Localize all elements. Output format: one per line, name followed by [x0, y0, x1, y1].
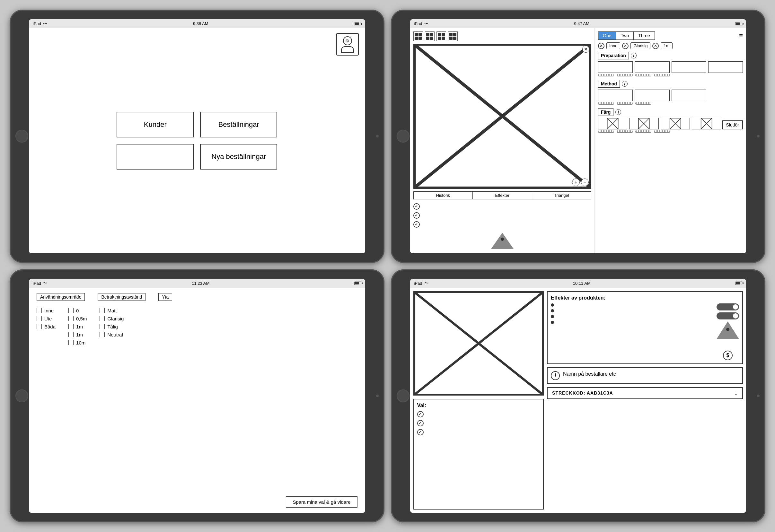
save-area: Spara mina val & gå vidare — [37, 496, 357, 508]
kunder-button[interactable]: Kunder — [117, 112, 194, 137]
checkbox-1m-2[interactable] — [68, 332, 74, 337]
cb-talig: Tålig — [100, 324, 124, 329]
image-remove-button[interactable]: − — [581, 179, 589, 186]
nya-bestallningar-button[interactable]: Nya beställningar — [200, 144, 277, 170]
qr-icon-3[interactable] — [437, 31, 446, 41]
download-icon[interactable]: ↓ — [735, 390, 738, 397]
filter-glansig[interactable]: Glansig — [631, 42, 650, 49]
qr-icon-4[interactable] — [448, 31, 458, 41]
image-close-button[interactable]: ✕ — [582, 46, 589, 53]
preparation-label: Preparation — [598, 52, 629, 59]
bullet-1 — [551, 303, 713, 307]
tab-three[interactable]: Three — [634, 32, 655, 39]
squig-m3 — [635, 102, 651, 105]
bullet-dot-1 — [551, 303, 554, 307]
val-checks: ✓ ✓ ✓ — [417, 411, 540, 435]
status-bar-4: iPad 〜 10:11 AM — [410, 279, 746, 288]
section-yta: Yta — [158, 293, 172, 301]
squig-f4 — [654, 130, 670, 133]
cb-neutral: Neutral — [100, 332, 124, 337]
farg-item-1[interactable] — [598, 118, 627, 129]
filter-x-1[interactable]: ✕ — [598, 43, 605, 49]
checkbox-talig[interactable] — [100, 324, 105, 329]
triangle-shape — [491, 233, 514, 249]
label-neutral: Neutral — [107, 332, 123, 337]
product-image-box: ✕ + − — [414, 44, 592, 189]
tab-two[interactable]: Two — [616, 32, 634, 39]
col-yta: Matt Glansig Tålig Neutral — [100, 306, 124, 345]
filter-inne[interactable]: Inne — [606, 42, 620, 49]
bullet-dot-4 — [551, 321, 554, 324]
check-circle-2: ✓ — [414, 212, 420, 219]
farg-item-2[interactable] — [629, 118, 658, 129]
bullet-dot-3 — [551, 315, 554, 318]
battery-icon-3 — [354, 282, 361, 285]
farg-squiggles — [598, 130, 743, 133]
col-anvandning: Inne Ute Båda — [37, 306, 56, 345]
screen2-left-panel: ✕ + − Historik Effekter Triangel ✓ — [410, 28, 595, 253]
image-add-buttons: + − — [572, 179, 589, 186]
save-button[interactable]: Spara mina val & gå vidare — [286, 496, 357, 508]
farg-header: Färg i — [598, 108, 743, 116]
status-bar-left-3: iPad 〜 — [33, 280, 47, 286]
checkbox-05m[interactable] — [68, 316, 74, 321]
effects-triangle — [717, 321, 739, 339]
checkbox-group-1: Inne Ute Båda — [37, 308, 56, 329]
checkbox-0[interactable] — [68, 308, 74, 313]
effects-content: $ — [551, 303, 739, 360]
filter-x-2[interactable]: ✕ — [622, 43, 629, 49]
checkbox-glansig[interactable] — [100, 316, 105, 321]
method-item-2[interactable] — [635, 90, 669, 101]
method-item-3[interactable] — [672, 90, 706, 101]
method-info-icon: i — [622, 81, 628, 87]
slutfor-button[interactable]: Slutför — [722, 120, 743, 129]
tab-effekter[interactable]: Effekter — [473, 192, 532, 199]
effect-toggle-1[interactable] — [717, 303, 739, 310]
check-item-1: ✓ — [414, 203, 592, 210]
checkbox-bada[interactable] — [37, 324, 42, 329]
screen4-left-panel: Val: ✓ ✓ ✓ — [414, 291, 544, 510]
tab-triangel[interactable]: Triangel — [532, 192, 591, 199]
squig-4 — [654, 74, 670, 76]
farg-item-4[interactable] — [692, 118, 721, 129]
hamburger-menu-icon[interactable]: ≡ — [739, 32, 743, 39]
image-add-button[interactable]: + — [572, 179, 580, 186]
screen4-main: Val: ✓ ✓ ✓ — [410, 288, 746, 513]
filter-x-3[interactable]: ✕ — [652, 43, 659, 49]
section-betraktningsavstand: Betraktningsavstånd — [98, 293, 145, 301]
checkbox-10m[interactable] — [68, 340, 74, 345]
bullet-2 — [551, 309, 713, 312]
effects-title: Effekter av produkten: — [551, 295, 739, 301]
prep-item-1[interactable] — [598, 61, 633, 73]
qr-icon-2[interactable] — [425, 31, 435, 41]
ipad-screen-2: iPad 〜 9:47 AM — [410, 19, 746, 253]
farg-items — [598, 118, 721, 129]
val-check-1: ✓ — [417, 411, 540, 417]
prep-item-2[interactable] — [635, 61, 669, 73]
qr-icon-1[interactable] — [414, 31, 423, 41]
checkbox-neutral[interactable] — [100, 332, 105, 337]
checkbox-1m[interactable] — [68, 324, 74, 329]
status-bar-left-2: iPad 〜 — [414, 21, 429, 27]
method-item-1[interactable] — [598, 90, 633, 101]
effect-toggle-2[interactable] — [717, 312, 739, 319]
screen1-main: ☺ Kunder Beställningar Nya beställningar — [29, 28, 365, 253]
bestallningar-button[interactable]: Beställningar — [200, 112, 277, 137]
checkbox-matt[interactable] — [100, 308, 105, 313]
checkbox-ute[interactable] — [37, 316, 42, 321]
tab-one[interactable]: One — [598, 32, 616, 39]
filter-1m[interactable]: 1m — [661, 42, 672, 49]
checkbox-inne[interactable] — [37, 308, 42, 313]
val-check-2: ✓ — [417, 420, 540, 426]
avatar-body — [341, 46, 354, 53]
ipad-frame-2: iPad 〜 9:47 AM — [391, 10, 766, 263]
prep-item-4[interactable] — [708, 61, 743, 73]
battery-icon-2 — [735, 22, 742, 25]
info-text: Namn på beställare etc — [563, 371, 616, 377]
tab-historik[interactable]: Historik — [414, 192, 473, 199]
bullet-4 — [551, 321, 713, 324]
check-circle-3: ✓ — [414, 221, 420, 228]
prep-item-3[interactable] — [672, 61, 706, 73]
farg-item-3[interactable] — [661, 118, 690, 129]
cb-ute: Ute — [37, 316, 56, 321]
